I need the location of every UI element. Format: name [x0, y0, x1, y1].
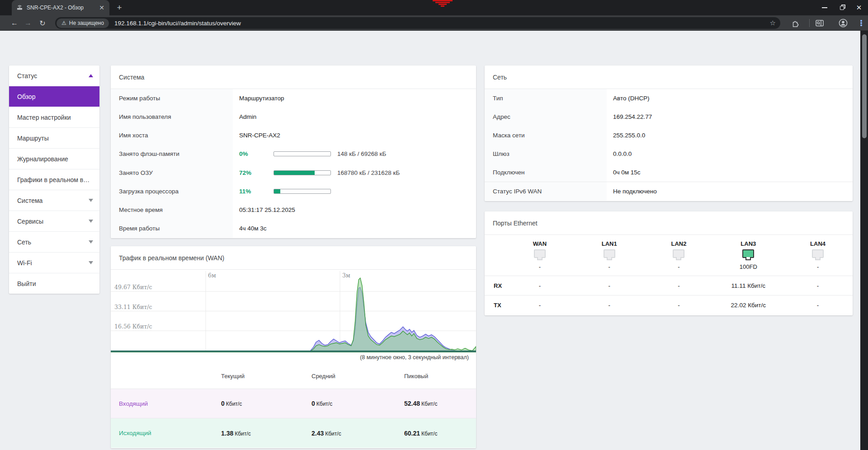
ethernet-port-icon — [604, 249, 615, 258]
tab-close-icon[interactable]: ✕ — [98, 5, 106, 11]
address-bar[interactable]: ⚠ Не защищено 192.168.1.1/cgi-bin/luci//… — [55, 17, 780, 29]
traffic-card: Трафик в реальном времени (WAN) 49.67 Кб… — [111, 246, 476, 448]
ports-header-row: WAN - LAN1 - LAN2 - LAN3 100FD — [485, 235, 853, 276]
sidebar-item-logging[interactable]: Журналирование — [9, 149, 99, 169]
router-favicon-icon — [16, 4, 23, 12]
ethernet-port-icon — [742, 249, 754, 258]
chart-caption: (8 минутное окно, 3 секундный интервал) — [111, 353, 476, 363]
system-row-mode: Режим работы Маршрутизатор — [111, 89, 476, 108]
window-minimize-button[interactable] — [816, 0, 833, 15]
chart-zero-line — [111, 351, 476, 352]
sidebar-item-wifi[interactable]: Wi-Fi — [9, 253, 99, 273]
ytick-33: 33.11 Кбит/с — [114, 304, 152, 310]
port-lan3: LAN3 100FD — [713, 235, 783, 276]
ports-card-title: Порты Ethernet — [485, 211, 853, 235]
ytick-16: 16.56 Кбит/с — [114, 323, 152, 330]
sidebar-item-routes[interactable]: Маршруты — [9, 128, 99, 149]
sidebar-item-logout[interactable]: Выйти — [9, 273, 99, 294]
bookmark-star-icon[interactable]: ☆ — [770, 19, 776, 27]
window-close-button[interactable]: ✕ — [851, 0, 867, 15]
sidebar: Статус Обзор Мастер настройки Маршруты Ж… — [9, 66, 99, 294]
ram-detail: 168780 кБ / 231628 кБ — [337, 169, 400, 176]
back-icon[interactable]: ← — [8, 15, 21, 31]
system-row-ram: Занято ОЗУ 72% 168780 кБ / 231628 кБ — [111, 164, 476, 182]
side-panel-search-icon[interactable] — [815, 19, 825, 28]
port-wan: WAN - — [505, 235, 575, 276]
network-row-gateway: Шлюз 0.0.0.0 — [485, 145, 853, 163]
extensions-icon[interactable] — [790, 19, 800, 28]
network-row-netmask: Маска сети 255.255.0.0 — [485, 126, 853, 145]
chevron-up-icon — [89, 74, 93, 77]
header-average: Средний — [311, 373, 404, 380]
network-row-ipv6-status: Статус IPv6 WAN Не подключено — [485, 182, 853, 201]
sidebar-item-realtime-graphs[interactable]: Графики в реальном в… — [9, 169, 99, 190]
reload-icon[interactable]: ↻ — [36, 15, 49, 31]
network-card: Сеть Тип Авто (DHCP) Адрес 169.254.22.77… — [485, 66, 853, 201]
system-row-hostname: Имя хоста SNR-CPE-AX2 — [111, 126, 476, 145]
system-card-title: Система — [111, 66, 476, 89]
cpu-percent: 11% — [239, 188, 274, 195]
ethernet-port-icon — [534, 249, 546, 258]
network-row-connected: Подключен 0ч 0м 15с — [485, 163, 853, 182]
traffic-row-outbound: Исходящий 1.38Кбит/с 2.43Кбит/с 60.21Кби… — [111, 418, 476, 448]
chevron-down-icon — [89, 199, 93, 202]
flash-progress-bar — [274, 151, 331, 156]
chevron-down-icon — [89, 261, 93, 264]
ports-tx-row: TX - - - 22.02 Кбит/с - — [485, 295, 853, 314]
warning-icon: ⚠ — [61, 20, 66, 26]
ram-percent: 72% — [239, 169, 274, 176]
new-tab-button[interactable]: + — [114, 3, 125, 14]
system-row-user: Имя пользователя Admin — [111, 108, 476, 126]
sidebar-item-network[interactable]: Сеть — [9, 232, 99, 253]
ports-rx-row: RX - - - 11.11 Кбит/с - — [485, 276, 853, 295]
security-label: Не защищено — [69, 20, 104, 26]
sidebar-item-services[interactable]: Сервисы — [9, 211, 99, 232]
browser-tab[interactable]: SNR-CPE-AX2 - Обзор ✕ — [12, 0, 109, 15]
chevron-down-icon — [89, 220, 93, 223]
port-lan4: LAN4 - — [783, 235, 853, 276]
traffic-row-inbound: Входящий 0Кбит/с 0Кбит/с 52.48Кбит/с — [111, 389, 476, 418]
ethernet-ports-card: Порты Ethernet WAN - LAN1 - LAN2 - — [485, 211, 853, 315]
xtick-3m: 3м — [342, 272, 350, 279]
sidebar-item-status[interactable]: Статус — [9, 66, 99, 86]
chart-series-layer — [111, 278, 476, 352]
browser-tab-strip: SNR-CPE-AX2 - Обзор ✕ + ✕ — [0, 0, 868, 15]
security-chip[interactable]: ⚠ Не защищено — [57, 19, 109, 28]
header-current: Текущий — [221, 373, 311, 380]
traffic-table-header: Текущий Средний Пиковый — [111, 363, 476, 389]
page-scrollbar[interactable] — [860, 31, 868, 450]
network-card-title: Сеть — [485, 66, 853, 89]
traffic-card-title: Трафик в реальном времени (WAN) — [111, 246, 476, 270]
ethernet-port-icon — [673, 249, 684, 258]
sidebar-item-overview[interactable]: Обзор — [9, 86, 99, 107]
system-row-cpu: Загрузка процессора 11% — [111, 182, 476, 201]
url-text: 192.168.1.1/cgi-bin/luci//admin/status/o… — [114, 20, 241, 27]
browser-menu-icon[interactable] — [856, 19, 866, 28]
sidebar-item-wizard[interactable]: Мастер настройки — [9, 107, 99, 128]
toolbar-divider — [809, 19, 810, 27]
scrollbar-thumb[interactable] — [862, 34, 867, 138]
header-peak: Пиковый — [404, 373, 476, 380]
system-row-flash: Занято флэш-памяти 0% 148 кБ / 69268 кБ — [111, 145, 476, 163]
ram-progress-bar — [274, 170, 331, 175]
browser-toolbar: ← → ↻ ⚠ Не защищено 192.168.1.1/cgi-bin/… — [0, 15, 868, 31]
profile-avatar-icon[interactable] — [838, 19, 848, 28]
ytick-49: 49.67 Кбит/с — [114, 284, 152, 291]
system-row-localtime: Местное время 05:31:17 25.12.2025 — [111, 201, 476, 219]
flash-percent: 0% — [239, 150, 274, 157]
ethernet-port-icon — [812, 249, 824, 258]
traffic-chart: 49.67 Кбит/с 33.11 Кбит/с 16.56 Кбит/с 6… — [111, 271, 476, 353]
xtick-6m: 6м — [208, 272, 216, 279]
sidebar-item-system[interactable]: Система — [9, 190, 99, 211]
system-row-uptime: Время работы 4ч 40м 3с — [111, 219, 476, 238]
network-row-address: Адрес 169.254.22.77 — [485, 108, 853, 126]
cpu-progress-bar — [274, 189, 331, 194]
forward-icon[interactable]: → — [22, 15, 34, 31]
screen-share-indicator — [432, 0, 453, 7]
port-lan1: LAN1 - — [575, 235, 644, 276]
network-row-type: Тип Авто (DHCP) — [485, 89, 853, 108]
flash-detail: 148 кБ / 69268 кБ — [337, 150, 386, 157]
chevron-down-icon — [89, 240, 93, 244]
tab-title: SNR-CPE-AX2 - Обзор — [27, 5, 98, 11]
window-restore-button[interactable] — [834, 0, 850, 15]
